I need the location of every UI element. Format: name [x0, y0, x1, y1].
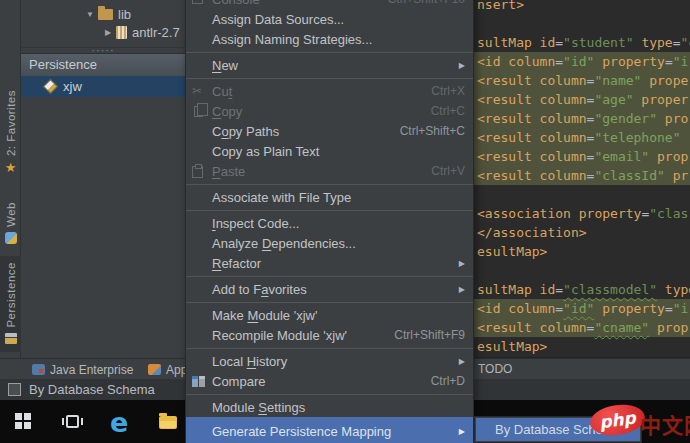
menu-item-cut: ✂CutCtrl+X: [186, 81, 473, 101]
tool-button-app-server[interactable]: App: [148, 359, 187, 380]
menu-item-label: Copy Paths: [212, 124, 279, 139]
menu-item-label: Cut: [212, 84, 232, 99]
menu-item-shortcut: Ctrl+Shift+F9: [394, 328, 465, 342]
menu-item-new[interactable]: New▶: [186, 55, 473, 75]
code-editor[interactable]: nsert> sultMap id="student" type="c<id c…: [474, 0, 690, 358]
stripe-tab-favorites[interactable]: 2: Favorites ★: [0, 90, 21, 196]
menu-item-label: Paste: [212, 164, 245, 179]
code-line: [474, 185, 690, 204]
persistence-unit-label: xjw: [63, 79, 82, 94]
menu-separator: [186, 394, 473, 395]
java-enterprise-icon: [32, 364, 45, 375]
menu-item-assign-data-sources[interactable]: Assign Data Sources...: [186, 9, 473, 29]
star-icon: ★: [5, 161, 17, 174]
menu-item-generate-persistence-mapping[interactable]: Generate Persistence Mapping▶: [186, 417, 473, 443]
menu-item-label: Assign Naming Strategies...: [212, 32, 372, 47]
menu-item-console: ConsoleCtrl+Shift+F10: [186, 0, 473, 9]
tool-button-todo[interactable]: TODO: [478, 359, 512, 380]
menu-item-label: Console: [212, 0, 260, 7]
tool-window-stripe: 2: Favorites ★ Web Persistence: [0, 0, 21, 358]
menu-item-label: Copy as Plain Text: [212, 144, 319, 159]
windows-start-icon[interactable]: [15, 413, 31, 429]
stripe-tab-persistence[interactable]: Persistence: [0, 256, 21, 352]
menu-item-label: Module Settings: [212, 400, 305, 415]
tree-row-antlr[interactable]: ▶ antlr-2.7: [21, 23, 185, 41]
code-line: <id column="id" property="i: [474, 299, 690, 318]
menu-item-inspect-code[interactable]: Inspect Code...: [186, 213, 473, 233]
submenu-arrow-icon: ▶: [457, 259, 465, 268]
menu-item-shortcut: Ctrl+C: [431, 104, 465, 118]
task-view-icon[interactable]: [66, 415, 79, 428]
persistence-unit-icon: [43, 79, 59, 95]
menu-separator: [186, 348, 473, 349]
editor-code: nsert> sultMap id="student" type="c<id c…: [474, 0, 690, 356]
persistence-unit-row[interactable]: xjw: [21, 76, 185, 97]
menu-item-compare[interactable]: CompareCtrl+D: [186, 371, 473, 391]
stripe-tab-web[interactable]: Web: [0, 202, 21, 254]
file-explorer-icon[interactable]: [159, 416, 177, 429]
console-icon: [192, 0, 203, 4]
paste-icon: [192, 166, 203, 178]
code-line: </association>: [474, 223, 690, 242]
compare-icon: [192, 376, 205, 387]
code-line: <result column="gender" pro: [474, 109, 690, 128]
menu-item-recompile-module-xjw[interactable]: Recompile Module 'xjw'Ctrl+Shift+F9: [186, 325, 473, 345]
code-line: <result column="telephone": [474, 128, 690, 147]
menu-item-by-database-schema[interactable]: By Database Schema: [476, 418, 640, 441]
menu-item-label: Generate Persistence Mapping: [212, 424, 391, 439]
menu-item-copy-paths[interactable]: Copy PathsCtrl+Shift+C: [186, 121, 473, 141]
tree-row-lib-label: lib: [118, 7, 131, 22]
menu-item-assign-naming-strategies[interactable]: Assign Naming Strategies...: [186, 29, 473, 49]
menu-separator: [186, 78, 473, 79]
menu-item-make-module-xjw[interactable]: Make Module 'xjw': [186, 305, 473, 325]
folder-icon: [98, 9, 113, 20]
menu-item-shortcut: Ctrl+V: [431, 164, 465, 178]
code-line: <result column="classId" pr: [474, 166, 690, 185]
menu-item-shortcut: Ctrl+Shift+C: [400, 124, 465, 138]
menu-item-label: Local History: [212, 354, 287, 369]
tool-button-java-enterprise[interactable]: Java Enterprise: [32, 359, 133, 380]
menu-item-analyze-dependencies[interactable]: Analyze Dependencies...: [186, 233, 473, 253]
tree-row-lib[interactable]: ▼ lib: [21, 5, 185, 23]
menu-item-module-settings[interactable]: Module Settings: [186, 397, 473, 417]
menu-item-label: Recompile Module 'xjw': [212, 328, 347, 343]
chevron-down-icon[interactable]: ▼: [84, 10, 96, 19]
submenu-arrow-icon: ▶: [457, 285, 465, 294]
database-icon: [5, 333, 17, 344]
menu-item-copy: CopyCtrl+C: [186, 101, 473, 121]
menu-item-label: Analyze Dependencies...: [212, 236, 356, 251]
chevron-right-icon[interactable]: ▶: [102, 28, 114, 37]
tool-button-java-enterprise-label: Java Enterprise: [50, 363, 133, 377]
menu-item-label: Compare: [212, 374, 265, 389]
project-tree: ▼ lib ▶ antlr-2.7: [21, 0, 185, 47]
stripe-tab-web-label: Web: [5, 202, 17, 227]
code-line: <result column="cname" prop: [474, 318, 690, 337]
menu-item-shortcut: Ctrl+X: [431, 84, 465, 98]
status-square-icon: [8, 383, 21, 396]
menu-item-label: Make Module 'xjw': [212, 308, 317, 323]
menu-item-associate-with-file-type[interactable]: Associate with File Type: [186, 187, 473, 207]
menu-separator: [186, 184, 473, 185]
scissors-icon: ✂: [192, 85, 202, 97]
menu-item-copy-as-plain-text[interactable]: Copy as Plain Text: [186, 141, 473, 161]
stripe-tab-persistence-label: Persistence: [5, 262, 17, 328]
submenu-arrow-icon: ▶: [457, 427, 465, 436]
menu-item-add-to-favorites[interactable]: Add to Favorites▶: [186, 279, 473, 299]
menu-item-label: Copy: [212, 104, 242, 119]
persistence-panel-header: Persistence: [21, 54, 185, 76]
menu-item-local-history[interactable]: Local History▶: [186, 351, 473, 371]
status-bar-text: By Database Schema: [29, 379, 155, 400]
code-line: <result column="age" proper: [474, 90, 690, 109]
menu-item-refactor[interactable]: Refactor▶: [186, 253, 473, 273]
edge-icon[interactable]: e: [110, 407, 128, 438]
menu-item-label: New: [212, 58, 238, 73]
menu-item-paste: PasteCtrl+V: [186, 161, 473, 181]
menu-item-shortcut: Ctrl+Shift+F10: [388, 0, 465, 6]
menu-item-shortcut: Ctrl+D: [431, 374, 465, 388]
submenu-arrow-icon: ▶: [457, 61, 465, 70]
code-line: sultMap id="student" type="c: [474, 33, 690, 52]
code-line: sultMap id="classmodel" type=: [474, 280, 690, 299]
menu-item-label: Assign Data Sources...: [212, 12, 344, 27]
panel-splitter[interactable]: ·····: [21, 47, 185, 54]
code-line: <id column="id" property="i: [474, 52, 690, 71]
